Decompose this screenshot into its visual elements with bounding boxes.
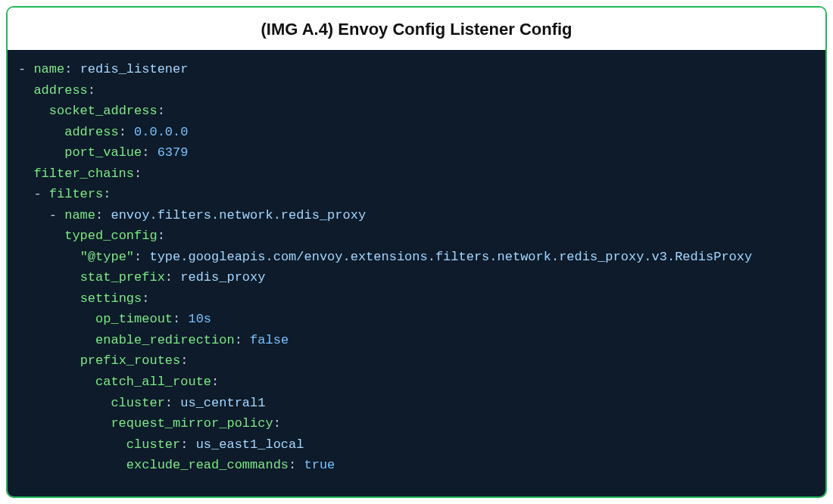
config-card: (IMG A.4) Envoy Config Listener Config -… bbox=[6, 6, 827, 498]
yaml-code-block: - name: redis_listener address: socket_a… bbox=[8, 50, 825, 496]
card-title: (IMG A.4) Envoy Config Listener Config bbox=[8, 8, 825, 50]
